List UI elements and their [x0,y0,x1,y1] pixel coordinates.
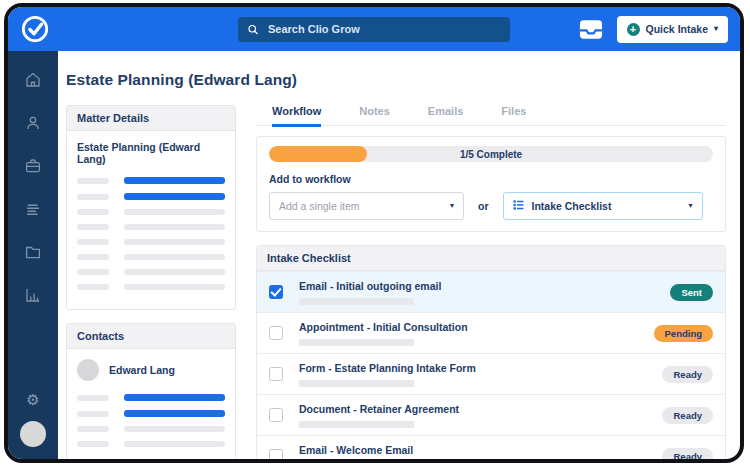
skeleton-value-bar [124,269,225,275]
skeleton-row [77,284,225,290]
skeleton-row [77,254,225,260]
tasks-icon[interactable] [24,200,42,218]
skeleton-label-bar [77,426,109,432]
workflow-panel: 1/5 Complete Add to workflow Add a singl… [256,136,726,232]
checklist-item[interactable]: Appointment - Initial Consultation Pendi… [257,312,725,353]
skeleton-value-bar [124,284,225,290]
item-checkbox[interactable] [269,408,283,422]
list-icon [513,197,525,215]
contact-row[interactable]: Edward Lang [77,359,225,381]
plus-circle-icon [627,23,640,36]
status-badge: Sent [670,284,713,301]
item-skeleton-line [299,380,414,387]
skeleton-row [77,209,225,215]
skeleton-label-bar [77,239,109,245]
progress-bar: 1/5 Complete [269,146,713,162]
checklist-item-title: Email - Initial outgoing email [299,280,441,292]
checklist-items: Email - Initial outgoing email Sent [257,271,725,459]
tab-bar: Workflow Notes Emails F [256,105,726,126]
skeleton-value-bar [124,394,225,401]
contact-skeleton-list [77,394,225,447]
or-label: or [478,200,489,212]
home-icon[interactable] [24,71,42,89]
checklist-dropdown[interactable]: Intake Checklist [503,192,703,220]
skeleton-label-bar [77,254,109,260]
checklist-item[interactable]: Email - Welcome Email Ready [257,435,725,459]
chevron-down-icon [714,25,718,33]
skeleton-value-bar [124,209,225,215]
item-skeleton-line [299,298,414,305]
status-badge: Ready [662,407,713,424]
contact-name: Edward Lang [109,364,175,376]
skeleton-value-bar [124,239,225,245]
contact-avatar [77,359,99,381]
tab-emails[interactable]: Emails [428,105,463,125]
skeleton-label-bar [77,395,109,401]
skeleton-value-bar [124,224,225,230]
matter-details-card: Matter Details Estate Planning (Edward L… [66,105,236,310]
matters-icon[interactable] [24,157,42,175]
intake-checklist-header: Intake Checklist [257,246,725,271]
skeleton-row [77,394,225,401]
search-input[interactable] [266,22,501,36]
side-navigation [8,51,58,459]
search-icon [247,23,259,36]
checklist-dropdown-value: Intake Checklist [532,200,612,212]
contacts-header: Contacts [67,324,235,349]
quick-intake-label: Quick Intake [646,23,708,35]
checklist-item[interactable]: Document - Retainer Agreement Ready [257,394,725,435]
user-avatar[interactable] [20,421,46,447]
intake-checklist-card: Intake Checklist Email - Initial outgoin… [256,245,726,459]
documents-icon[interactable] [24,243,42,261]
item-skeleton-line [299,421,414,428]
skeleton-label-bar [77,441,109,447]
item-checkbox[interactable] [269,285,283,299]
tab-files[interactable]: Files [501,105,526,125]
skeleton-label-bar [77,209,109,215]
item-checkbox[interactable] [269,367,283,381]
tab-workflow[interactable]: Workflow [272,105,321,127]
matter-details-header: Matter Details [67,106,235,131]
skeleton-value-bar [124,193,225,200]
skeleton-value-bar [124,426,225,432]
skeleton-value-bar [124,441,225,447]
skeleton-label-bar [77,224,109,230]
skeleton-row [77,426,225,432]
item-checkbox[interactable] [269,449,283,459]
skeleton-value-bar [124,410,225,417]
progress-label: 1/5 Complete [269,146,713,162]
page-title: Estate Planning (Edward Lang) [66,71,726,89]
skeleton-row [77,224,225,230]
chevron-down-icon [450,202,454,210]
clio-grow-logo-icon[interactable] [20,14,50,44]
checklist-item-title: Form - Estate Planning Intake Form [299,362,476,374]
checklist-item-title: Document - Retainer Agreement [299,403,459,415]
contacts-card: Contacts Edward Lang [66,323,236,459]
skeleton-label-bar [77,411,109,417]
tab-notes[interactable]: Notes [359,105,390,125]
add-to-workflow-label: Add to workflow [269,173,713,185]
quick-intake-button[interactable]: Quick Intake [617,16,728,43]
global-search[interactable] [238,17,510,42]
item-skeleton-line [299,339,414,346]
checklist-item[interactable]: Form - Estate Planning Intake Form Ready [257,353,725,394]
skeleton-row [77,269,225,275]
skeleton-label-bar [77,284,109,290]
app-window: Quick Intake [4,3,744,463]
matter-skeleton-list [77,177,225,290]
status-badge: Ready [662,448,713,460]
settings-gear-icon[interactable] [26,391,39,409]
contacts-icon[interactable] [24,114,42,132]
skeleton-row [77,410,225,417]
skeleton-label-bar [77,194,109,200]
reports-icon[interactable] [24,286,42,304]
item-checkbox[interactable] [269,326,283,340]
skeleton-value-bar [124,177,225,184]
status-badge: Pending [654,325,713,342]
skeleton-value-bar [124,254,225,260]
checklist-item-title: Appointment - Initial Consultation [299,321,468,333]
single-item-dropdown[interactable]: Add a single item [269,192,464,220]
chevron-down-icon [688,202,692,210]
checklist-item[interactable]: Email - Initial outgoing email Sent [257,271,725,312]
inbox-icon[interactable] [579,19,603,40]
